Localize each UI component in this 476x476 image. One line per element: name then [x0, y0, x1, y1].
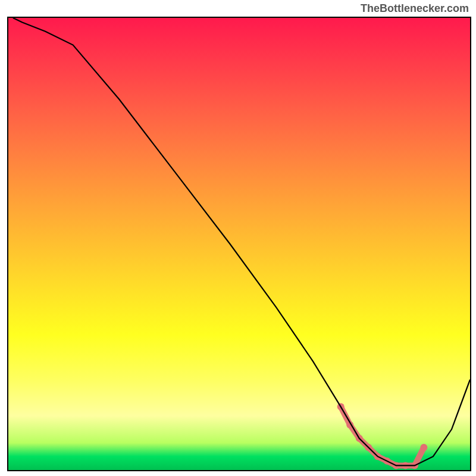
attribution-text: TheBottlenecker.com	[361, 2, 469, 15]
highlight-point	[420, 444, 427, 451]
chart-plot-area	[7, 17, 471, 471]
curve-line	[13, 18, 470, 465]
highlight-line	[341, 407, 424, 466]
chart-svg	[8, 18, 470, 470]
